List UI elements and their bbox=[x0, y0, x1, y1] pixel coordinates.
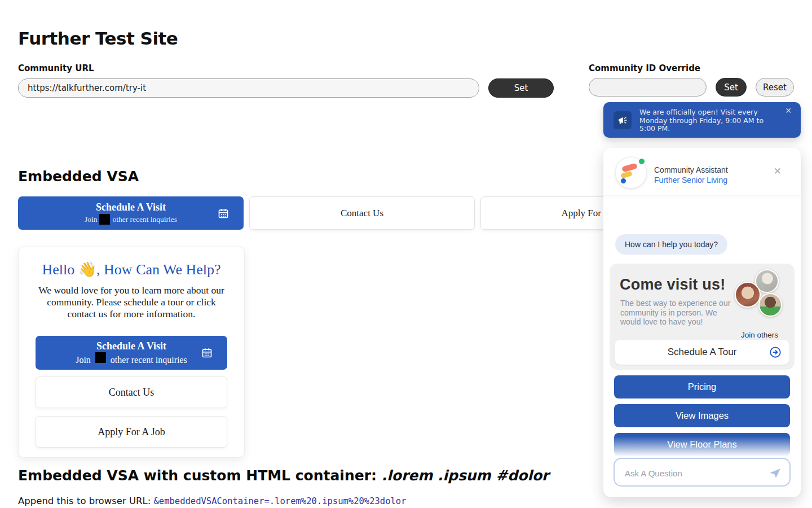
assistant-title: Community Assistant bbox=[654, 165, 728, 174]
card-apply-label: Apply For A Job bbox=[98, 426, 165, 438]
chat-header-texts: Community Assistant Further Senior Livin… bbox=[654, 165, 728, 185]
redacted-count bbox=[95, 352, 106, 363]
avatar-elderly-man bbox=[735, 282, 761, 308]
schedule-visit-subtext: Join other recent inquiries bbox=[85, 214, 177, 225]
further-logo-dot-blue bbox=[621, 178, 626, 183]
pricing-button[interactable]: Pricing bbox=[614, 375, 790, 398]
append-label: Append this to browser URL: bbox=[18, 496, 154, 506]
hello-card: Hello 👋, How Can We Help? We would love … bbox=[18, 247, 245, 458]
custom-heading-selector: .lorem .ipsum #dolor bbox=[382, 467, 549, 484]
card-schedule-subtext: Join other recent inquiries bbox=[76, 352, 187, 365]
visit-card-body: The best way to experience our community… bbox=[620, 299, 732, 327]
card-schedule-visit-button[interactable]: Schedule A Visit Join other recent inqui… bbox=[36, 336, 227, 370]
circle-arrow-icon bbox=[769, 346, 782, 358]
view-images-button[interactable]: View Images bbox=[614, 404, 790, 427]
redacted-count bbox=[99, 214, 110, 225]
announcement-text: We are officially open! Visit every Mond… bbox=[639, 108, 774, 133]
calendar-icon bbox=[218, 208, 229, 219]
view-floor-plans-button[interactable]: View Floor Plans bbox=[614, 433, 790, 456]
contact-us-label: Contact Us bbox=[341, 208, 383, 219]
page: Further Test Site Community URL Set Comm… bbox=[0, 0, 812, 508]
send-icon[interactable] bbox=[768, 466, 782, 480]
append-url-line: Append this to browser URL: &embeddedVSA… bbox=[18, 496, 406, 506]
custom-container-heading: Embedded VSA with custom HTML container:… bbox=[18, 467, 549, 484]
assistant-greeting-bubble: How can I help you today? bbox=[615, 234, 727, 255]
megaphone-icon-box bbox=[614, 111, 632, 129]
visit-card-title: Come visit us! bbox=[620, 276, 725, 294]
subtext-suffix: other recent inquiries bbox=[112, 215, 177, 224]
avatar-person-green-shirt bbox=[758, 293, 782, 317]
hello-card-title: Hello 👋, How Can We Help? bbox=[19, 261, 244, 278]
further-logo-bar-yellow bbox=[620, 170, 633, 178]
avatar-cluster bbox=[735, 269, 790, 322]
calendar-icon bbox=[201, 347, 213, 358]
card-schedule-label: Schedule A Visit bbox=[96, 340, 166, 352]
online-status-dot bbox=[638, 157, 646, 165]
append-code: &embeddedVSAContainer=.lorem%20.ipsum%20… bbox=[154, 496, 407, 506]
schedule-tour-button[interactable]: Schedule A Tour bbox=[615, 340, 789, 365]
card-contact-label: Contact Us bbox=[109, 387, 155, 398]
megaphone-icon bbox=[617, 115, 628, 125]
card-contact-us-button[interactable]: Contact Us bbox=[36, 376, 227, 408]
schedule-visit-label: Schedule A Visit bbox=[96, 202, 166, 213]
subtext-prefix: Join bbox=[76, 355, 91, 365]
chat-close-icon[interactable]: ✕ bbox=[774, 167, 782, 176]
custom-heading-text: Embedded VSA with custom HTML container: bbox=[18, 467, 382, 484]
community-url-set-button[interactable]: Set bbox=[488, 78, 554, 98]
composer bbox=[614, 458, 791, 487]
assistant-avatar bbox=[615, 157, 647, 189]
announcement-close-icon[interactable]: ✕ bbox=[785, 107, 792, 115]
announcement-banner: We are officially open! Visit every Mond… bbox=[603, 102, 801, 138]
chat-header: Community Assistant Further Senior Livin… bbox=[603, 148, 801, 195]
card-apply-job-button[interactable]: Apply For A Job bbox=[36, 416, 227, 448]
page-title: Further Test Site bbox=[18, 28, 178, 49]
hello-card-body: We would love for you to learn more abou… bbox=[36, 284, 227, 320]
embedded-vsa-heading: Embedded VSA bbox=[18, 168, 139, 185]
community-id-input[interactable] bbox=[589, 78, 707, 97]
contact-us-button[interactable]: Contact Us bbox=[249, 196, 475, 230]
subtext-prefix: Join bbox=[85, 215, 98, 224]
community-id-reset-button[interactable]: Reset bbox=[756, 78, 794, 97]
community-url-label: Community URL bbox=[18, 63, 94, 73]
community-id-label: Community ID Override bbox=[589, 63, 700, 73]
visit-card: Come visit us! The best way to experienc… bbox=[610, 264, 795, 370]
schedule-tour-label: Schedule A Tour bbox=[668, 347, 737, 358]
community-id-set-button[interactable]: Set bbox=[716, 78, 747, 97]
ask-question-input[interactable] bbox=[624, 466, 761, 480]
subtext-suffix: other recent inquiries bbox=[111, 355, 187, 365]
community-url-input[interactable] bbox=[18, 78, 479, 98]
schedule-visit-button[interactable]: Schedule A Visit Join other recent inqui… bbox=[18, 196, 244, 230]
community-link[interactable]: Further Senior Living bbox=[654, 176, 728, 185]
chat-panel: Community Assistant Further Senior Livin… bbox=[603, 148, 801, 497]
